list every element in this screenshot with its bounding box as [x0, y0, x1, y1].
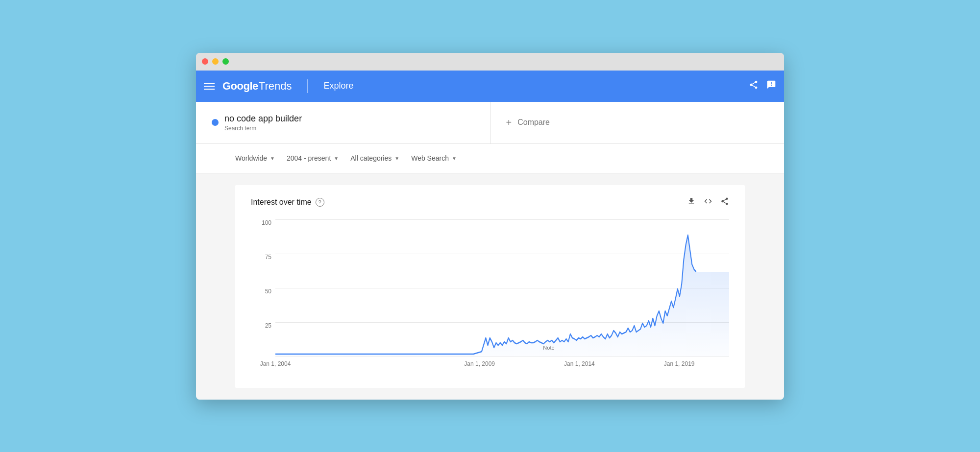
maximize-button[interactable] [222, 58, 229, 65]
x-label-2019: Jan 1, 2019 [664, 360, 695, 367]
type-filter[interactable]: Web Search ▼ [411, 154, 457, 162]
chart-title-area: Interest over time ? [251, 198, 324, 207]
term-dot [212, 119, 219, 126]
compare-label: Compare [517, 118, 550, 127]
search-area: no code app builder Search term + Compar… [196, 102, 784, 144]
type-chevron-icon: ▼ [452, 156, 457, 161]
main-content: Interest over time ? [196, 173, 784, 400]
filters-bar: Worldwide ▼ 2004 - present ▼ All categor… [196, 144, 784, 173]
header-divider [307, 79, 308, 93]
chart-actions [687, 197, 729, 208]
menu-button[interactable] [204, 83, 215, 90]
compare-box[interactable]: + Compare [490, 102, 784, 143]
header-right [749, 80, 776, 92]
explore-label: Explore [323, 81, 353, 91]
time-chevron-icon: ▼ [334, 156, 339, 161]
chart-area: Jan 1, 2004 Jan 1, 2009 Jan 1, 2014 Jan … [275, 219, 729, 376]
compare-plus-icon: + [506, 117, 512, 128]
time-filter[interactable]: 2004 - present ▼ [287, 154, 339, 162]
term-info: no code app builder Search term [224, 114, 302, 132]
app-header: Google Trends Explore [196, 71, 784, 102]
chart-title: Interest over time [251, 198, 312, 207]
category-filter[interactable]: All categories ▼ [350, 154, 399, 162]
x-label-2004: Jan 1, 2004 [260, 360, 291, 367]
x-label-2014: Jan 1, 2014 [564, 360, 595, 367]
y-label-25: 25 [265, 322, 271, 329]
browser-window: Google Trends Explore no code app [196, 53, 784, 400]
y-axis: 100 75 50 25 [251, 219, 275, 357]
x-axis: Jan 1, 2004 Jan 1, 2009 Jan 1, 2014 Jan … [275, 357, 729, 376]
share-icon[interactable] [749, 80, 759, 92]
title-bar [196, 53, 784, 71]
search-term-box[interactable]: no code app builder Search term [196, 102, 490, 143]
minimize-button[interactable] [212, 58, 219, 65]
search-term-text: no code app builder [224, 114, 302, 124]
google-trends-logo: Google Trends [222, 80, 292, 93]
google-wordmark: Google [222, 80, 258, 93]
y-label-75: 75 [265, 254, 271, 261]
region-filter-label: Worldwide [235, 154, 267, 162]
trend-chart-svg [275, 219, 729, 357]
chart-section: Interest over time ? [235, 185, 745, 388]
trends-wordmark: Trends [259, 80, 292, 93]
x-label-2009: Jan 1, 2009 [464, 360, 495, 367]
help-icon-label: ? [318, 199, 321, 205]
feedback-icon[interactable] [766, 80, 776, 92]
category-filter-label: All categories [350, 154, 392, 162]
help-icon[interactable]: ? [316, 198, 324, 207]
note-label: Note [543, 345, 554, 351]
search-term-label: Search term [224, 125, 302, 132]
chart-share-icon[interactable] [720, 197, 729, 208]
region-filter[interactable]: Worldwide ▼ [235, 154, 275, 162]
y-label-50: 50 [265, 288, 271, 295]
time-filter-label: 2004 - present [287, 154, 331, 162]
header-left: Google Trends Explore [204, 79, 353, 93]
chart-header: Interest over time ? [251, 197, 729, 208]
embed-icon[interactable] [704, 197, 712, 208]
y-label-100: 100 [262, 219, 271, 226]
download-icon[interactable] [687, 197, 696, 208]
chart-container: 100 75 50 25 [251, 219, 729, 376]
category-chevron-icon: ▼ [394, 156, 399, 161]
region-chevron-icon: ▼ [270, 156, 275, 161]
type-filter-label: Web Search [411, 154, 449, 162]
close-button[interactable] [202, 58, 208, 65]
